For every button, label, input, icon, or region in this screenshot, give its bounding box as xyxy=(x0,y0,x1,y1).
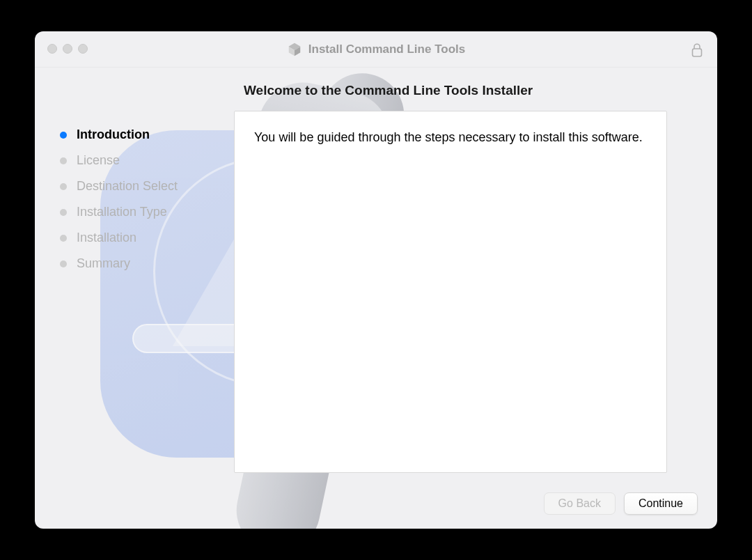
zoom-window-button[interactable] xyxy=(78,44,88,54)
installer-window: Install Command Line Tools Welcome to th… xyxy=(35,31,717,529)
go-back-button: Go Back xyxy=(544,492,616,515)
window-title: Install Command Line Tools xyxy=(308,42,465,56)
steps-sidebar: Introduction License Destination Select … xyxy=(60,111,234,481)
titlebar: Install Command Line Tools xyxy=(35,31,717,68)
step-installation-type: Installation Type xyxy=(60,205,234,219)
svg-rect-0 xyxy=(693,49,702,56)
step-label: Installation Type xyxy=(77,205,167,219)
continue-button[interactable]: Continue xyxy=(624,492,698,515)
step-installation: Installation xyxy=(60,231,234,245)
footer-buttons: Go Back Continue xyxy=(35,481,717,529)
close-window-button[interactable] xyxy=(47,44,57,54)
step-dot-icon xyxy=(60,132,67,139)
step-dot-icon xyxy=(60,183,67,190)
window-controls xyxy=(47,44,88,54)
minimize-window-button[interactable] xyxy=(63,44,72,54)
lock-icon[interactable] xyxy=(691,42,703,58)
step-summary: Summary xyxy=(60,256,234,271)
step-label: Introduction xyxy=(77,127,150,142)
window-title-group: Install Command Line Tools xyxy=(287,42,465,57)
step-label: License xyxy=(77,153,120,168)
step-label: Destination Select xyxy=(77,179,178,194)
intro-text: You will be guided through the steps nec… xyxy=(254,128,647,146)
step-license: License xyxy=(60,153,234,168)
step-dot-icon xyxy=(60,209,67,216)
step-dot-icon xyxy=(60,260,67,267)
step-label: Installation xyxy=(77,231,136,245)
step-dot-icon xyxy=(60,157,67,164)
package-icon xyxy=(287,42,302,57)
page-heading: Welcome to the Command Line Tools Instal… xyxy=(244,83,717,98)
step-dot-icon xyxy=(60,235,67,242)
main-panel: You will be guided through the steps nec… xyxy=(234,111,667,473)
content-area: Welcome to the Command Line Tools Instal… xyxy=(35,68,717,529)
step-destination-select: Destination Select xyxy=(60,179,234,194)
step-label: Summary xyxy=(77,256,130,271)
step-introduction: Introduction xyxy=(60,127,234,142)
